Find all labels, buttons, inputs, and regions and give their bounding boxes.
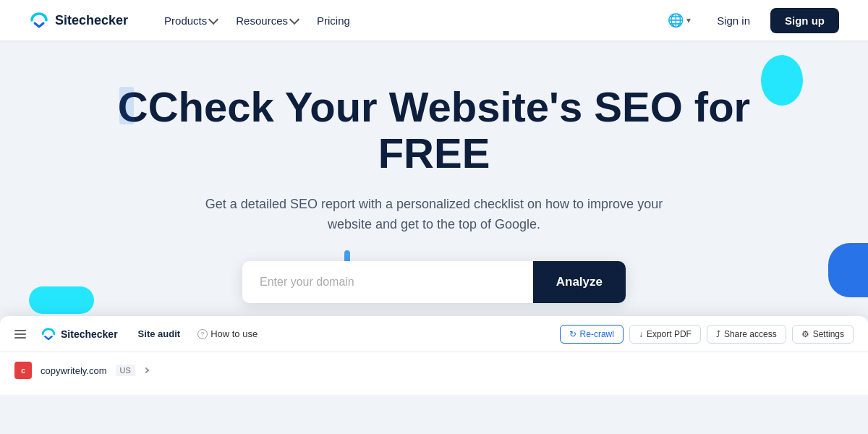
app-preview-logo: Sitechecker [41, 328, 118, 341]
nav-pricing[interactable]: Pricing [310, 10, 357, 31]
app-logo-icon [41, 328, 56, 341]
app-preview-nav: Sitechecker Site audit ? How to use ↻ Re… [0, 316, 868, 352]
logo[interactable]: Sitechecker [29, 12, 128, 28]
site-chevron-icon [143, 367, 149, 373]
hero-title: CCheck Your Website's SEO for FREE [109, 84, 760, 176]
domain-search-bar: Analyze [242, 261, 626, 303]
export-icon: ↓ [639, 329, 643, 339]
globe-icon: 🌐 [668, 12, 684, 28]
hero-subtitle: Get a detailed SEO report with a persona… [188, 194, 680, 236]
app-logo-text: Sitechecker [61, 328, 118, 340]
analyze-button[interactable]: Analyze [533, 261, 626, 303]
chevron-down-icon: ▾ [686, 15, 691, 25]
share-access-button[interactable]: ⤴ Share access [707, 325, 786, 344]
logo-icon [29, 12, 49, 28]
app-preview-actions: ↻ Re-crawl ↓ Export PDF ⤴ Share access ⚙… [560, 325, 854, 344]
export-pdf-button[interactable]: ↓ Export PDF [629, 325, 701, 344]
decorative-cyan-blob-top [761, 55, 803, 106]
nav-resources[interactable]: Resources [229, 10, 305, 31]
signin-button[interactable]: Sign in [708, 10, 759, 31]
hero-section: CCheck Your Website's SEO for FREE Get a… [0, 41, 868, 395]
hero-title-highlight: C [118, 84, 148, 130]
site-region: US [116, 365, 135, 376]
products-chevron-icon [208, 14, 218, 24]
settings-button[interactable]: ⚙ Settings [792, 325, 854, 344]
app-preview-links: Site audit ? How to use [132, 326, 545, 342]
decorative-cyan-pill-left [29, 286, 94, 314]
site-name[interactable]: copywritely.com [41, 365, 107, 376]
signup-button[interactable]: Sign up [770, 8, 839, 33]
nav-links: Products Resources Pricing [157, 10, 662, 31]
decorative-blue-blob-right [828, 243, 868, 297]
logo-text: Sitechecker [55, 13, 128, 28]
nav-right: 🌐 ▾ Sign in Sign up [662, 8, 839, 33]
how-to-use-link[interactable]: ? How to use [192, 326, 263, 342]
question-icon: ? [197, 329, 208, 339]
app-preview-content: c copywritely.com US [0, 352, 868, 388]
recrawl-icon: ↻ [569, 329, 576, 339]
resources-chevron-icon [289, 14, 299, 24]
hamburger-icon[interactable] [14, 330, 26, 339]
domain-input[interactable] [242, 261, 533, 303]
language-selector[interactable]: 🌐 ▾ [662, 8, 697, 33]
app-preview-bar: Sitechecker Site audit ? How to use ↻ Re… [0, 315, 868, 395]
nav-products[interactable]: Products [157, 10, 224, 31]
site-audit-tab[interactable]: Site audit [132, 326, 187, 342]
share-icon: ⤴ [716, 329, 720, 339]
navigation: Sitechecker Products Resources Pricing 🌐… [0, 0, 868, 41]
gear-icon: ⚙ [801, 329, 809, 339]
site-favicon: c [14, 362, 32, 379]
recrawl-button[interactable]: ↻ Re-crawl [560, 325, 624, 344]
